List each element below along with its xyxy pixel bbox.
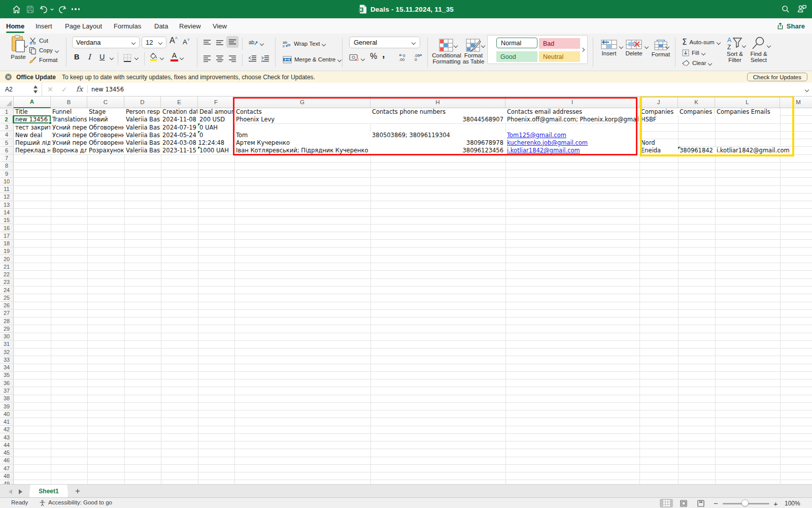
cell-B3[interactable]: Усний переклад [51, 123, 87, 131]
name-box-stepper[interactable] [33, 85, 38, 93]
bold-button[interactable]: B [74, 53, 79, 61]
row-header-44[interactable]: 44 [0, 441, 14, 449]
cut-button[interactable]: Cut [29, 37, 48, 45]
cell-D4[interactable]: Valeriia Bash [124, 131, 160, 139]
font-color-chevron-icon[interactable] [180, 56, 184, 59]
delete-chevron-icon[interactable] [645, 45, 649, 48]
align-top-button[interactable] [203, 40, 211, 47]
sort-filter-button[interactable]: AZ Sort &Filter [723, 36, 747, 63]
cell-F2[interactable]: 200 USD [198, 116, 234, 123]
shrink-font-button[interactable]: A˅ [183, 37, 190, 46]
find-select-chevron-icon[interactable] [767, 44, 771, 47]
cell-C2[interactable]: Новий [87, 116, 124, 123]
fill-color-button[interactable] [149, 52, 158, 62]
merge-centre-button[interactable]: Merge & Centre [283, 55, 342, 64]
column-header-F[interactable]: F [198, 97, 234, 108]
row-header-12[interactable]: 12 [0, 193, 14, 201]
row-header-6[interactable]: 6 [0, 147, 14, 154]
underline-button[interactable]: U [99, 53, 105, 61]
insert-chevron-icon[interactable] [620, 45, 623, 48]
styles-more-icon[interactable] [581, 48, 585, 52]
font-size-select[interactable]: 12 [142, 37, 166, 48]
cell-E2[interactable]: 2024-11-08 [161, 116, 197, 123]
column-header-A[interactable]: A [14, 97, 51, 108]
orientation-chevron-icon[interactable] [260, 42, 264, 45]
align-middle-button[interactable] [216, 40, 224, 47]
row-header-4[interactable]: 4 [0, 131, 14, 139]
format-cells-chevron-icon[interactable] [666, 45, 669, 48]
notification-close-icon[interactable]: ✕ [5, 74, 12, 80]
page-break-view-button[interactable] [694, 499, 707, 507]
search-icon[interactable] [780, 0, 791, 18]
clear-button[interactable]: Clear [682, 59, 712, 67]
cell-C3[interactable]: Обговорення [87, 123, 124, 131]
comma-style-button[interactable]: , [382, 49, 385, 60]
column-header-E[interactable]: E [161, 97, 198, 108]
format-as-table-chevron-icon[interactable] [482, 44, 485, 47]
column-header-B[interactable]: B [51, 97, 87, 108]
tab-formulas[interactable]: Formulas [114, 18, 141, 34]
row-header-1[interactable]: 1 [0, 108, 14, 116]
format-as-table-button[interactable]: Formatas Table [459, 39, 488, 65]
cell-D6[interactable]: Valeriia Bash [124, 147, 160, 154]
cell-B6[interactable]: Воронка для перекладу [51, 147, 87, 154]
row-header-16[interactable]: 16 [0, 224, 14, 232]
underline-chevron-icon[interactable] [110, 56, 114, 59]
align-right-button[interactable] [228, 55, 236, 63]
row-header-23[interactable]: 23 [0, 278, 14, 286]
accounting-chevron-icon[interactable] [361, 57, 365, 60]
row-header-29[interactable]: 29 [0, 325, 14, 333]
tab-home[interactable]: Home [6, 18, 24, 34]
row-header-47[interactable]: 47 [0, 464, 14, 472]
fill-color-chevron-icon[interactable] [160, 56, 164, 59]
align-center-button[interactable] [216, 55, 224, 63]
delete-cells-button[interactable]: Delete [624, 40, 644, 56]
column-header-C[interactable]: C [87, 97, 124, 108]
row-header-8[interactable]: 8 [0, 162, 14, 170]
row-header-9[interactable]: 9 [0, 170, 14, 178]
cell-A3[interactable]: тест закриття [14, 123, 50, 131]
align-bottom-button[interactable] [226, 36, 239, 48]
enter-icon[interactable]: ✓ [61, 85, 67, 93]
cell-A1[interactable]: Title [14, 108, 50, 116]
borders-button[interactable] [123, 54, 131, 63]
insert-function-icon[interactable]: fx [76, 85, 83, 93]
cell-E5[interactable]: 2024-03-08 12:24:48 [161, 139, 232, 147]
row-header-18[interactable]: 18 [0, 240, 14, 247]
cell-F4[interactable]: 0 [198, 131, 234, 139]
sheet-tab-sheet1[interactable]: Sheet1 [29, 485, 69, 498]
formula-input[interactable]: new 13456 [91, 83, 124, 96]
style-good[interactable]: Good [496, 51, 537, 62]
cell-D1[interactable]: Person responsible [124, 108, 160, 116]
row-header-41[interactable]: 41 [0, 418, 14, 426]
cell-B1[interactable]: Funnel [51, 108, 87, 116]
insert-cells-button[interactable]: Insert [600, 40, 618, 56]
row-header-45[interactable]: 45 [0, 449, 14, 457]
tab-data[interactable]: Data [154, 18, 168, 34]
add-sheet-button[interactable]: + [72, 486, 83, 496]
cell-B2[interactable]: Translations [51, 116, 87, 123]
font-color-button[interactable]: A [171, 52, 178, 61]
row-header-40[interactable]: 40 [0, 410, 14, 418]
increase-indent-button[interactable] [261, 55, 269, 63]
format-painter-button[interactable]: Format [29, 56, 57, 64]
borders-chevron-icon[interactable] [135, 56, 139, 59]
row-header-48[interactable]: 48 [0, 472, 14, 480]
cell-A5[interactable]: Перший лід [14, 139, 50, 147]
zoom-slider-thumb[interactable] [741, 499, 749, 506]
formula-bar-expand-icon[interactable] [805, 88, 809, 91]
number-format-select[interactable]: General [349, 37, 420, 48]
row-header-37[interactable]: 37 [0, 387, 14, 395]
percent-style-button[interactable]: % [370, 52, 377, 61]
conditional-formatting-button[interactable]: ConditionalFormatting [430, 39, 463, 65]
normal-view-button[interactable] [660, 499, 673, 507]
cell-C1[interactable]: Stage [87, 108, 124, 116]
spreadsheet-grid[interactable]: ABCDEFGHIJKLM 12345678910111213141516171… [0, 97, 812, 484]
row-header-10[interactable]: 10 [0, 178, 14, 185]
cell-D2[interactable]: Valeriia Bash [124, 116, 160, 123]
cell-D5[interactable]: Valeriia Bash [124, 139, 160, 147]
row-header-3[interactable]: 3 [0, 123, 14, 131]
cell-E1[interactable]: Creation date [161, 108, 197, 116]
cell-E3[interactable]: 2024-07-19 [161, 123, 197, 131]
share-button[interactable]: Share [776, 20, 805, 33]
